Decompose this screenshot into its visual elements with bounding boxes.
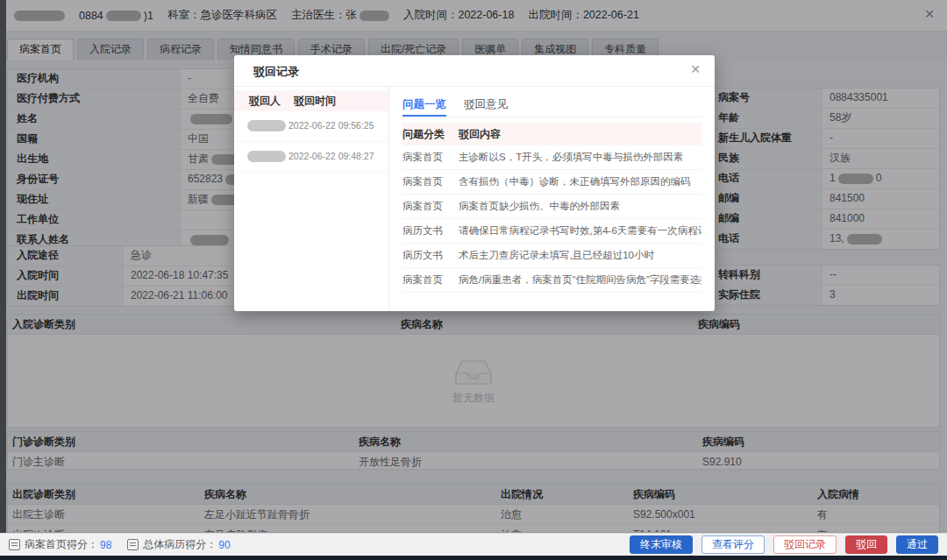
modal-tab-驳回意见[interactable]: 驳回意见: [464, 94, 508, 117]
issue-category: 病历文书: [402, 244, 459, 267]
action-buttons: 终末审核查看评分驳回记录驳回通过: [630, 535, 938, 554]
rejection-records-modal: 驳回记录 ✕ 驳回人 驳回时间 2022-06-22 09:56:252022-…: [234, 55, 715, 311]
issue-row: 病案首页病危/病重患者，病案首页“住院期间告病危”字段需要选择“有”: [402, 268, 701, 293]
issue-content: 请确保日常病程记录书写时效,第4-6天需要有一次病程记录,剩..: [459, 219, 701, 243]
window-left-edge: [0, 0, 6, 533]
redacted-person-name: [247, 120, 286, 131]
issue-category-column: 问题分类: [402, 123, 459, 145]
front-page-score-value: 98: [100, 539, 111, 551]
modal-body: 驳回人 驳回时间 2022-06-22 09:56:252022-06-22 0…: [234, 87, 715, 311]
redacted-person-name: [247, 151, 286, 162]
modal-header: 驳回记录 ✕: [234, 55, 715, 87]
issue-content: 病危/病重患者，病案首页“住院期间告病危”字段需要选择“有”: [459, 268, 701, 292]
rejection-record-row[interactable]: 2022-06-22 09:48:27: [234, 142, 388, 173]
issue-row: 病案首页含有损伤（中毒）诊断，未正确填写外部原因的编码: [402, 170, 701, 195]
issue-category: 病历文书: [402, 219, 459, 243]
issue-rows: 病案首页主诊断以S，T开头，必须填写中毒与损伤外部因素病案首页含有损伤（中毒）诊…: [402, 145, 701, 293]
front-page-score: 病案首页得分： 98: [9, 537, 111, 552]
issue-category: 病案首页: [402, 145, 459, 169]
rejection-time: 2022-06-22 09:48:27: [288, 151, 374, 161]
issue-content: 病案首页缺少损伤、中毒的外部因素: [459, 195, 701, 218]
rejection-time: 2022-06-22 09:56:25: [288, 120, 374, 131]
驳回-button[interactable]: 驳回: [845, 535, 887, 554]
person-column-label: 驳回人: [249, 90, 294, 111]
issue-table-header: 问题分类 驳回内容: [402, 123, 701, 145]
modal-tab-问题一览[interactable]: 问题一览: [402, 94, 446, 117]
modal-close-icon[interactable]: ✕: [690, 63, 701, 75]
modal-title: 驳回记录: [253, 64, 299, 80]
查看评分-button[interactable]: 查看评分: [701, 535, 765, 554]
issue-row: 病历文书术后主刀查房记录未填写,且已经超过10小时: [402, 244, 701, 268]
通过-button[interactable]: 通过: [896, 535, 938, 554]
time-column-label: 驳回时间: [294, 90, 336, 111]
issue-content: 含有损伤（中毒）诊断，未正确填写外部原因的编码: [459, 170, 701, 194]
rejection-list-header: 驳回人 驳回时间: [234, 90, 388, 111]
issue-row: 病历文书请确保日常病程记录书写时效,第4-6天需要有一次病程记录,剩..: [402, 219, 701, 244]
issue-category: 病案首页: [402, 268, 459, 292]
issue-row: 病案首页病案首页缺少损伤、中毒的外部因素: [402, 195, 701, 219]
rejection-person-rows: 2022-06-22 09:56:252022-06-22 09:48:27: [234, 111, 388, 173]
rejection-detail-tabs: 问题一览驳回意见: [402, 94, 701, 117]
window-bottom-edge: [0, 556, 947, 560]
rejection-person-list: 驳回人 驳回时间 2022-06-22 09:56:252022-06-22 0…: [234, 87, 389, 311]
screen: 0884 )1 科室：急诊医学科病区 主治医生：张 入院时间：2022-06-1…: [0, 0, 947, 560]
score-doc-icon: [127, 539, 139, 550]
驳回记录-button[interactable]: 驳回记录: [773, 535, 837, 554]
rejection-record-row[interactable]: 2022-06-22 09:56:25: [234, 111, 388, 142]
overall-record-score-value: 90: [218, 539, 230, 551]
issue-category: 病案首页: [402, 170, 459, 194]
终末审核-button[interactable]: 终末审核: [630, 535, 693, 554]
issue-category: 病案首页: [402, 195, 459, 218]
issue-content-column: 驳回内容: [459, 123, 501, 145]
score-doc-icon: [9, 539, 20, 550]
action-bar: 病案首页得分： 98 总体病历得分： 90 终末审核查看评分驳回记录驳回通过: [0, 533, 947, 556]
rejection-detail-panel: 问题一览驳回意见 问题分类 驳回内容 病案首页主诊断以S，T开头，必须填写中毒与…: [389, 87, 715, 311]
issue-content: 术后主刀查房记录未填写,且已经超过10小时: [459, 244, 701, 267]
issue-row: 病案首页主诊断以S，T开头，必须填写中毒与损伤外部因素: [402, 145, 701, 170]
issue-content: 主诊断以S，T开头，必须填写中毒与损伤外部因素: [459, 145, 701, 169]
overall-record-score: 总体病历得分： 90: [127, 537, 230, 552]
